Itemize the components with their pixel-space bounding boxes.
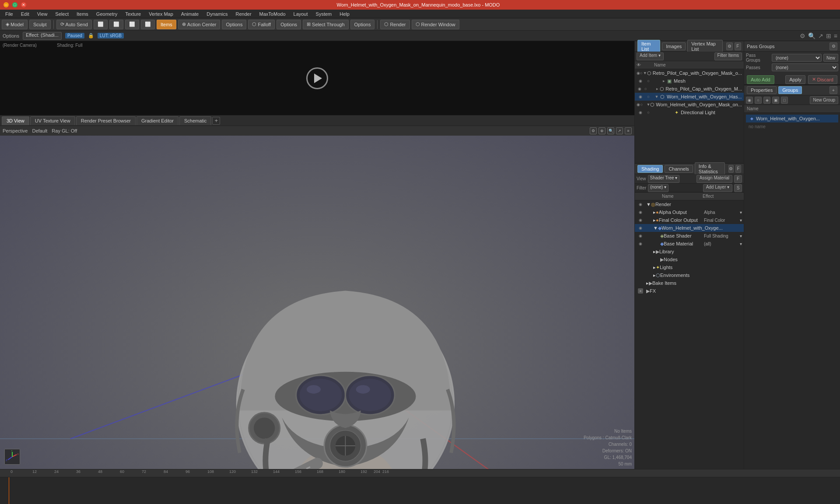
eye-icon-5[interactable]: ◉ <box>637 110 644 115</box>
shading-filter-icon[interactable]: F <box>735 165 741 173</box>
shader-item-alpha[interactable]: ◉ ▸ ● Alpha Output Alpha ▾ <box>635 208 744 216</box>
shading-settings-icon[interactable]: ⚙ <box>728 165 734 173</box>
eye-icon-4[interactable]: ◉ <box>637 102 640 107</box>
toolbar-icon-2[interactable]: ⬜ <box>109 20 123 29</box>
effect-dropdown-2[interactable]: ▾ <box>740 218 742 223</box>
expand-2[interactable]: ▸ <box>655 87 659 91</box>
menu-maxtomodo[interactable]: MaxToModo <box>256 10 289 18</box>
toolbar-icon-1[interactable]: ⬜ <box>94 20 108 29</box>
expand-3[interactable]: ▼ <box>654 94 659 99</box>
options-button-2[interactable]: Options <box>276 20 301 29</box>
groups-plus-icon[interactable]: + <box>830 86 837 94</box>
pass-groups-dropdown[interactable]: (none) <box>772 54 822 62</box>
eye-icon-0[interactable]: ◉ <box>637 71 640 75</box>
shader-item-nodes[interactable]: ▶ Nodes <box>635 256 744 263</box>
shader-item-render[interactable]: ◉ ▼ ◎ Render <box>635 200 744 208</box>
render-button[interactable]: ⬡ Render <box>380 20 410 29</box>
shader-f-icon[interactable]: F <box>734 175 742 183</box>
shader-item-worn-helmet[interactable]: ◉ ▼ ◆ Worn_Helmet_with_Oxyge... <box>635 224 744 232</box>
menu-file[interactable]: File <box>2 10 17 18</box>
expand-1[interactable]: ▸ <box>661 79 666 83</box>
tab-render-preset[interactable]: Render Preset Browser <box>76 116 136 125</box>
timeline-tracks[interactable]: 0 228 <box>0 477 840 504</box>
maximize-button[interactable]: □ <box>12 2 18 7</box>
tree-item-1[interactable]: ◉ ○ ▸ ▣ Mesh <box>635 77 744 85</box>
eye-icon-1[interactable]: ◉ <box>637 79 644 83</box>
shader-eye-1[interactable]: ◉ <box>637 210 644 214</box>
tree-item-3[interactable]: ◉ ○ ▼ ⬡ Worn_Helmet_with_Oxygen_Has... <box>635 93 744 101</box>
groups-content[interactable]: ◆ Worn_Helmet_with_Oxygen... no name <box>744 113 840 469</box>
shader-eye-3[interactable]: ◉ <box>637 226 644 230</box>
menu-items[interactable]: Items <box>73 10 92 18</box>
items-button[interactable]: Items <box>157 20 176 29</box>
shader-tree-content[interactable]: ◉ ▼ ◎ Render ◉ ▸ ● Alpha Output Alpha ▾ <box>635 200 744 469</box>
render-icon-5[interactable]: ○ <box>644 110 652 115</box>
add-view-tab-button[interactable]: + <box>212 117 220 125</box>
assign-material-button[interactable]: Assign Material <box>696 175 732 183</box>
viewport-icon-2[interactable]: 🔍 <box>808 32 816 39</box>
tab-3d-view[interactable]: 3D View <box>2 116 29 125</box>
passes-dropdown[interactable]: (none) <box>772 63 838 71</box>
shader-eye-4[interactable]: ◉ <box>637 234 644 238</box>
effect-dropdown-1[interactable]: ▾ <box>740 210 742 215</box>
shader-item-fx[interactable]: ● ▶ FX <box>635 287 744 295</box>
auto-send-button[interactable]: ⟳ Auto Send <box>56 20 92 29</box>
viewport-icon-4[interactable]: ⊞ <box>826 32 831 39</box>
render-icon-3[interactable]: ○ <box>644 94 652 99</box>
shader-expand-0[interactable]: ▼ <box>646 202 651 207</box>
groups-icon-5[interactable]: □ <box>781 97 788 104</box>
options-button-3[interactable]: Options <box>350 20 375 29</box>
viewport-icon-5[interactable]: ≡ <box>834 32 837 39</box>
shader-item-final-color[interactable]: ◉ ▸ ● Final Color Output Final Color ▾ <box>635 216 744 224</box>
tab-shading[interactable]: Shading <box>637 165 663 173</box>
shader-item-bake[interactable]: ▸ ▶ Bake Items <box>635 279 744 287</box>
tab-vertex-map-list[interactable]: Vertex Map List <box>687 40 722 53</box>
apply-button[interactable]: Apply <box>785 75 805 84</box>
eye-icon-3[interactable]: ◉ <box>637 94 644 99</box>
toolbar-icon-3[interactable]: ⬜ <box>125 20 139 29</box>
tab-channels[interactable]: Channels <box>665 165 693 173</box>
tab-schematic[interactable]: Schematic <box>179 116 211 125</box>
new-group-button[interactable]: New Group <box>810 96 838 104</box>
shader-item-lights[interactable]: ▸ ✦ Lights <box>635 263 744 271</box>
groups-icon-2[interactable]: ○ <box>755 97 762 104</box>
options-button-1[interactable]: Options <box>222 20 246 29</box>
mode-sculpt-button[interactable]: Sculpt <box>29 20 51 29</box>
viewport-menu-icon[interactable]: ≡ <box>625 127 632 134</box>
groups-icon-1[interactable]: ◉ <box>746 97 753 104</box>
effect-dropdown-4[interactable]: ▾ <box>740 234 742 238</box>
shader-item-base-material[interactable]: ◉ ◆ Base Material (all) ▾ <box>635 240 744 248</box>
menu-view[interactable]: View <box>34 10 51 18</box>
viewport-maximize-icon[interactable]: ↗ <box>616 127 623 134</box>
panel-settings-icon[interactable]: ⚙ <box>726 42 733 50</box>
group-item-0[interactable]: ◆ Worn_Helmet_with_Oxygen... <box>746 115 838 122</box>
expand-0[interactable]: ▼ <box>643 71 647 75</box>
viewport-3d[interactable]: Perspective Default Ray GL: Off ⚙ ⊕ 🔍 ↗ … <box>0 126 634 469</box>
effect-dropdown[interactable]: Effect: (Shadi... <box>23 32 62 40</box>
tab-gradient-editor[interactable]: Gradient Editor <box>136 116 178 125</box>
viewport-icon-1[interactable]: ⚙ <box>800 32 805 39</box>
pass-groups-settings-icon[interactable]: ⚙ <box>830 42 837 50</box>
expand-4[interactable]: ▼ <box>646 102 650 107</box>
shader-tree-dropdown[interactable]: Shader Tree ▾ <box>648 175 680 183</box>
menu-geometry[interactable]: Geometry <box>93 10 121 18</box>
shader-item-environments[interactable]: ▸ ⬡ Environments <box>635 271 744 279</box>
shader-expand-3[interactable]: ▼ <box>653 225 658 231</box>
tab-uv-texture[interactable]: UV Texture View <box>30 116 75 125</box>
falloff-button[interactable]: ⬡ Falloff <box>248 20 275 29</box>
mode-model-button[interactable]: ◈ Model <box>2 20 28 29</box>
groups-icon-4[interactable]: ▣ <box>772 97 779 104</box>
tree-item-5[interactable]: ◉ ○ ✦ Directional Light <box>635 108 744 116</box>
viewport-search-icon[interactable]: 🔍 <box>607 127 614 134</box>
preview-play-button[interactable] <box>306 67 328 89</box>
discard-button[interactable]: ✕ Discard <box>808 75 837 84</box>
auto-add-button[interactable]: Auto Add <box>747 75 774 84</box>
render-icon-0[interactable]: ○ <box>640 71 643 75</box>
close-button[interactable]: ✕ <box>21 2 26 7</box>
viewport-snap-icon[interactable]: ⊕ <box>598 127 606 134</box>
menu-layout[interactable]: Layout <box>290 10 312 18</box>
select-through-button[interactable]: ⊞ Select Through <box>303 20 348 29</box>
viewport-settings-icon[interactable]: ⚙ <box>590 127 597 134</box>
viewport-icon-3[interactable]: ↗ <box>818 32 823 39</box>
new-pass-group-button[interactable]: New <box>823 54 838 62</box>
